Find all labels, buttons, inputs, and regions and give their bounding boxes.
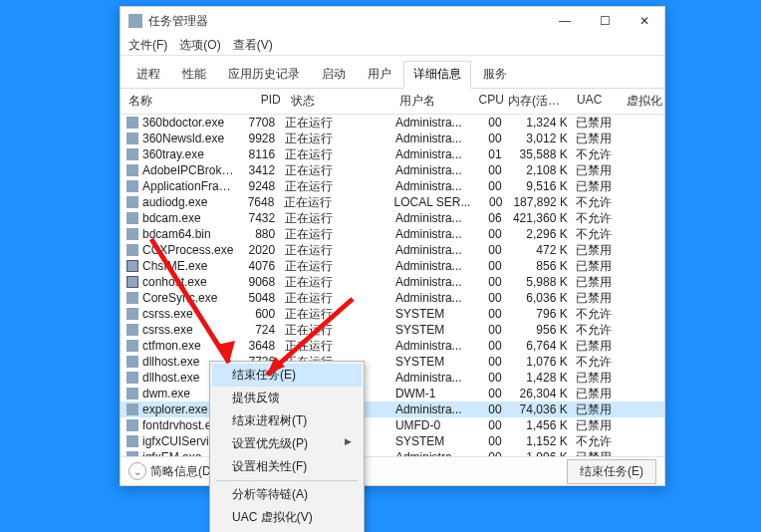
cell-status: 正在运行 [281,178,391,195]
table-row[interactable]: ApplicationFrameH...9248正在运行Administra..… [121,178,664,194]
col-status[interactable]: 状态 [287,93,395,110]
context-menu-item[interactable]: 结束任务(E) [212,364,362,387]
cell-uac: 已禁用 [572,338,623,355]
cell-user: UMFD-0 [391,418,469,432]
process-icon [127,260,138,272]
cell-status: 正在运行 [281,131,391,147]
process-icon [127,244,138,256]
tab-4[interactable]: 用户 [358,61,401,89]
process-icon [127,324,138,336]
process-icon [127,164,138,176]
menu-view[interactable]: 查看(V) [233,37,273,54]
col-name[interactable]: 名称 [121,93,243,110]
process-icon [127,117,138,129]
chevron-down-icon: ⌄ [128,462,146,480]
window-maximize-button[interactable]: ☐ [585,7,625,35]
context-menu-item[interactable]: 分析等待链(A) [212,483,362,506]
cell-pid: 5048 [236,291,281,305]
end-task-button[interactable]: 结束任务(E) [567,459,656,484]
cell-uac: 已禁用 [572,131,623,147]
process-icon [127,419,138,431]
table-row[interactable]: igfxEM.exeAdministra...001,996 K已禁用 [121,449,664,456]
app-icon [128,14,142,28]
cell-mem: 856 K [506,259,572,273]
table-row[interactable]: ctfmon.exe3648正在运行Administra...006,764 K… [121,338,664,354]
cell-cpu: 00 [469,434,506,448]
tab-3[interactable]: 启动 [312,61,356,89]
table-row[interactable]: conhost.exe9068正在运行Administra...005,988 … [121,274,664,290]
context-menu-item[interactable]: 设置优先级(P) [212,432,362,455]
cell-user: Administra... [391,211,469,225]
cell-name: ChsIME.exe [142,259,207,273]
tab-0[interactable]: 进程 [127,61,170,89]
table-row[interactable]: dllhost.exe7736正在运行SYSTEM001,076 K不允许 [121,354,664,370]
context-menu-item[interactable]: 设置相关性(F) [212,455,362,478]
cell-name: bdcam.exe [142,211,201,225]
context-menu-item[interactable]: 结束进程树(T) [212,409,362,432]
table-row[interactable]: CCXProcess.exe2020正在运行Administra...00472… [121,242,664,258]
cell-uac: 已禁用 [572,242,623,259]
table-row[interactable]: ChsIME.exe4076正在运行Administra...00856 K已禁… [121,258,664,274]
cell-pid: 3648 [236,339,281,353]
cell-pid: 2020 [236,243,281,257]
cell-cpu: 00 [469,371,506,385]
col-mem[interactable]: 内存(活动的... [508,93,573,110]
cell-uac: 已禁用 [572,370,623,387]
table-row[interactable]: 360Newsld.exe9928正在运行Administra...003,01… [121,131,664,146]
table-row[interactable]: csrss.exe724正在运行SYSTEM00956 K不允许 [121,322,664,338]
tab-1[interactable]: 性能 [172,61,216,89]
tab-5[interactable]: 详细信息 [403,61,471,89]
table-row[interactable]: csrss.exe600正在运行SYSTEM00796 K不允许 [121,306,664,322]
cell-uac: 不允许 [572,226,623,243]
cell-user: Administra... [391,275,469,289]
brief-info-toggle[interactable]: ⌄ 简略信息(D) [128,462,215,480]
menu-file[interactable]: 文件(F) [128,37,167,54]
table-row[interactable]: igfxCUIServiceSYSTEM001,152 K不允许 [121,433,664,449]
context-menu-item[interactable]: 提供反馈 [212,387,362,409]
table-row[interactable]: bdcam.exe7432正在运行Administra...06421,360 … [121,210,664,226]
table-row[interactable]: explorer.exe4256正在运行Administra...0074,03… [121,401,664,417]
cell-name: fontdrvhost.ex [142,418,217,432]
table-row[interactable]: AdobeIPCBroker.exe3412正在运行Administra...0… [121,162,664,178]
table-row[interactable]: bdcam64.bin880正在运行Administra...002,296 K… [121,226,664,242]
context-menu[interactable]: 结束任务(E)提供反馈结束进程树(T)设置优先级(P)设置相关性(F)分析等待链… [209,361,365,532]
cell-uac: 已禁用 [572,274,623,291]
window-close-button[interactable]: ✕ [625,7,664,35]
statusbar: ⌄ 简略信息(D) 结束任务(E) [121,456,664,485]
col-uac[interactable]: UAC [573,93,623,110]
cell-status: 正在运行 [281,290,391,307]
cell-pid: 9248 [236,179,281,193]
process-icon [127,388,138,399]
cell-pid: 9068 [236,275,281,289]
process-icon [127,148,138,160]
table-row[interactable]: 360tray.exe8116正在运行Administra...0135,588… [121,146,664,162]
col-virt[interactable]: 虚拟化 [623,93,664,110]
tab-6[interactable]: 服务 [473,61,517,89]
table-row[interactable]: fontdrvhost.exUMFD-0001,456 K已禁用 [121,417,664,433]
cell-cpu: 00 [469,418,506,432]
table-row[interactable]: audiodg.exe7648正在运行LOCAL SER...00187,892… [121,194,664,210]
menu-options[interactable]: 选项(O) [179,37,220,54]
process-list[interactable]: 360bdoctor.exe7708正在运行Administra...001,3… [121,115,664,456]
table-row[interactable]: 360bdoctor.exe7708正在运行Administra...001,3… [121,115,664,131]
col-pid[interactable]: PID [243,93,287,110]
column-headers[interactable]: 名称 PID 状态 用户名 CPU 内存(活动的... UAC 虚拟化 [121,89,664,115]
cell-name: explorer.exe [142,402,207,416]
tab-2[interactable]: 应用历史记录 [218,61,310,89]
cell-mem: 796 K [506,307,572,321]
cell-user: Administra... [391,371,469,385]
cell-name: bdcam64.bin [142,227,211,241]
context-menu-item[interactable]: UAC 虚拟化(V) [212,506,362,529]
menubar[interactable]: 文件(F) 选项(O) 查看(V) [121,35,664,55]
cell-name: dllhost.exe [142,371,199,385]
window-minimize-button[interactable]: — [545,7,585,35]
table-row[interactable]: dllhost.exe9872正在运行Administra...001,428 … [121,370,664,386]
table-row[interactable]: dwm.exe1076正在运行DWM-10026,304 K已禁用 [121,386,664,401]
cell-uac: 不允许 [572,322,623,339]
titlebar[interactable]: 任务管理器 — ☐ ✕ [121,7,664,35]
table-row[interactable]: CoreSync.exe5048正在运行Administra...006,036… [121,290,664,306]
col-cpu[interactable]: CPU [471,93,507,110]
col-user[interactable]: 用户名 [395,93,472,110]
cell-status: 正在运行 [280,194,389,211]
cell-name: dllhost.exe [142,355,199,369]
